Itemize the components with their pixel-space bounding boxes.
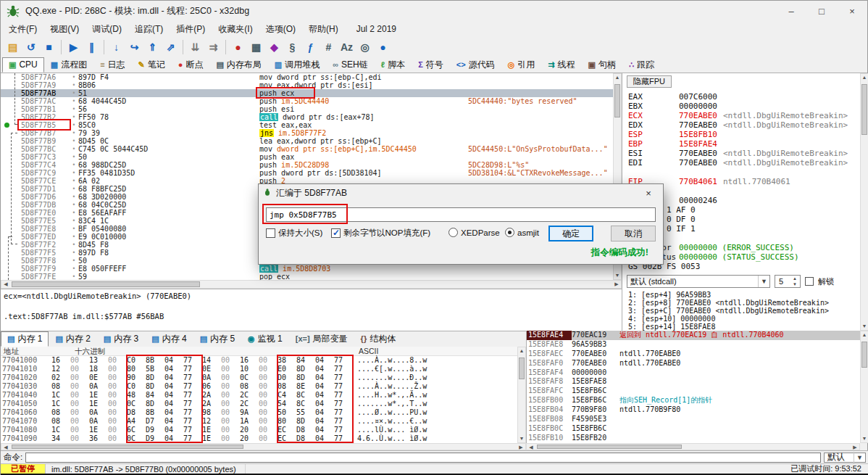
radio-icon[interactable] — [448, 228, 458, 237]
stack-row[interactable]: 15E8FAE4770EAC19返回到 ntdll.770EAC19 自 ntd… — [527, 331, 860, 340]
stop-button[interactable]: ■ — [40, 38, 58, 56]
menu-item[interactable]: 插件(P) — [170, 21, 212, 38]
settings-button[interactable]: ◎ — [356, 38, 374, 56]
memory-map-button[interactable]: ▦ — [247, 38, 265, 56]
scroll-down-icon[interactable]: ▼ — [861, 323, 868, 330]
dump-row[interactable]: 77041090340036000CD904771E002000ECD80477… — [1, 434, 517, 443]
scroll-down-icon[interactable]: ▼ — [861, 435, 868, 442]
command-input[interactable] — [25, 453, 821, 463]
keep-size-checkbox[interactable]: 保持大小(S) — [266, 228, 322, 239]
disasm-row[interactable]: 5D8F77AB•51push ecx — [1, 89, 613, 97]
scroll-left-icon[interactable]: ◀ — [2, 281, 9, 288]
dump-row[interactable]: 7704100016001300C08B04771400160038840477… — [1, 356, 517, 365]
disasm-row[interactable]: 5D8F77B7•79 39jns im.5D8F77F2 — [1, 129, 613, 137]
dump-row[interactable]: 7704107008000A00A4D7047712001A00808D0477… — [1, 417, 517, 426]
stack-row[interactable]: 15E8FB08F45905E3 — [527, 415, 860, 424]
about-button[interactable]: ● — [374, 38, 392, 56]
dump-row[interactable]: 770410501C001E000C8D04772A002C00548C0477… — [1, 400, 517, 408]
checkbox-checked-icon[interactable] — [331, 228, 341, 238]
restart-button[interactable]: ↺ — [22, 38, 40, 56]
dump-row[interactable]: 7704103008000A00C08D047706000800088E0477… — [1, 382, 517, 391]
scroll-up-icon[interactable]: ▲ — [614, 74, 621, 81]
scroll-up-icon[interactable]: ▲ — [861, 331, 868, 339]
tab-cpu[interactable]: ▣CPU — [2, 57, 44, 73]
stack-row[interactable]: 15E8FB1015E8FB20 — [527, 434, 860, 443]
spinner-up-icon[interactable]: ▲ — [790, 276, 799, 281]
disasm-row[interactable]: 5D8F77AC•68 4044C45Dpush im.5DC444405DC4… — [1, 97, 613, 105]
pause-button[interactable]: ∥ — [83, 38, 101, 56]
run-to-user-code-button[interactable]: ⇗ — [162, 38, 180, 56]
disasm-row[interactable]: 5D8F77B2•FF50 78call dword ptr ds:[eax+7… — [1, 113, 613, 121]
memory-dump-view[interactable]: 地址 十六进制 ASCII 7704100016001300C08B047714… — [1, 347, 517, 443]
stack-row[interactable]: 15E8FAE896A59BB3 — [527, 340, 860, 350]
register-row[interactable]: ESI770EABE0<ntdll.DbgUiRemoteBreakin> — [622, 149, 860, 158]
tab-watch-1[interactable]: ◉监视 1 — [241, 331, 289, 347]
register-row[interactable]: EDI770EABE0<ntdll.DbgUiRemoteBreakin> — [622, 158, 860, 168]
tab-script[interactable]: ℓ脚本 — [375, 57, 412, 73]
disasm-row[interactable]: 5D8F77C3•50push eax — [1, 153, 613, 161]
dump-row[interactable]: 7704102002000E00908D04770A000C00D08D0477… — [1, 373, 517, 382]
menu-item[interactable]: 调试(D) — [85, 21, 128, 38]
radio-selected-icon[interactable] — [505, 228, 514, 237]
stack-row[interactable]: 15E8FAFC15E8FB6C — [527, 387, 860, 396]
scrollbar-thumb[interactable] — [12, 445, 243, 449]
menu-item[interactable]: 收藏夹(I) — [212, 21, 259, 38]
disasm-row[interactable]: 5D8F77A9•8B06mov eax,dword ptr ds:[esi] — [1, 81, 613, 89]
disasm-row[interactable]: 5D8F77B1•56push esi — [1, 105, 613, 113]
hide-fpu-button[interactable]: 隐藏FPU — [627, 75, 672, 88]
spinner-down-icon[interactable]: ▼ — [790, 281, 799, 287]
tab-dump-3[interactable]: ▤内存 3 — [97, 331, 145, 347]
patches-button[interactable]: ◆ — [265, 38, 283, 56]
disasm-row[interactable]: 5D8F77B9•8D45 0Clea eax,dword ptr ss:[eb… — [1, 137, 613, 145]
stack-vertical-scrollbar[interactable]: ▲ ▼ — [860, 331, 868, 443]
tab-trace[interactable]: ∴跟踪 — [622, 57, 661, 73]
tab-memory-map[interactable]: ▤内存布局 — [209, 57, 267, 73]
tab-seh[interactable]: ∞SEH链 — [326, 57, 375, 73]
tab-handles[interactable]: ▣句柄 — [581, 57, 622, 73]
stack-row[interactable]: 15E8FAF400000000 — [527, 368, 860, 378]
argument-depth-spinner[interactable]: 5 ▲ ▼ — [775, 275, 801, 288]
dialog-close-icon[interactable]: × — [638, 188, 659, 199]
stack-row[interactable]: 15E8FAEC770EABE0ntdll.770EABE0 — [527, 350, 860, 359]
tab-log[interactable]: ≡日志 — [93, 57, 131, 73]
scrollbar-thumb[interactable] — [537, 445, 682, 449]
register-row[interactable]: EBX00000000 — [622, 102, 860, 111]
cancel-button[interactable]: 取消 — [611, 226, 656, 241]
scroll-down-icon[interactable]: ▼ — [518, 435, 525, 442]
tab-locals[interactable]: [x=]局部变量 — [289, 331, 354, 347]
command-mode-select[interactable]: 默认 ▼ — [824, 453, 866, 463]
register-row[interactable]: EDX770EABE0<ntdll.DbgUiRemoteBreakin> — [622, 120, 860, 130]
dump-row[interactable]: 7704101012001800805B04770E001000E08D0477… — [1, 365, 517, 373]
breakpoints-button[interactable]: ● — [229, 38, 247, 56]
stack-row[interactable]: 15E8FAF0770EABE0ntdll.770EABE0 — [527, 359, 860, 368]
dump-vertical-scrollbar[interactable]: ▲ ▼ — [517, 347, 526, 443]
disasm-row[interactable]: 5D8F77A6•897D F4mov dword ptr ss:[ebp-C]… — [1, 73, 613, 81]
disasm-row[interactable]: 5D8F77F9•E8 050FFEFFcall im.5D8D8703 — [1, 265, 613, 273]
menu-item[interactable]: 选项(O) — [259, 21, 302, 38]
functions-button[interactable]: ƒ — [301, 38, 320, 56]
dump-horizontal-scrollbar[interactable]: ◀ ▶ — [1, 443, 526, 450]
scrollbar-thumb[interactable] — [519, 358, 525, 379]
execute-till-return-button[interactable]: ⇑ — [143, 38, 162, 56]
scroll-up-icon[interactable]: ▲ — [861, 74, 868, 81]
register-row[interactable]: EBP15E8FAE4 — [622, 139, 860, 149]
tab-symbols[interactable]: Σ符号 — [412, 57, 450, 73]
assemble-instruction-input[interactable] — [266, 207, 656, 222]
menu-item[interactable]: 视图(V) — [43, 21, 85, 38]
scroll-right-icon[interactable]: ▶ — [613, 281, 620, 288]
close-button[interactable]: × — [837, 1, 867, 21]
registers-vertical-scrollbar[interactable]: ▲ ▼ — [860, 73, 868, 331]
disasm-row[interactable]: 5D8F77C9•FF35 0481D35Dpush dword ptr ds:… — [1, 169, 613, 177]
maximize-button[interactable]: □ — [806, 1, 837, 21]
tab-references[interactable]: ◎引用 — [501, 57, 542, 73]
tab-dump-1[interactable]: ▤内存 1 — [1, 331, 49, 347]
disasm-row[interactable]: 5D8F77B5•85C0test eax,eax — [1, 121, 613, 129]
stack-horizontal-scrollbar[interactable]: ◀ ▶ — [526, 443, 860, 450]
scrollbar-thumb[interactable] — [614, 84, 620, 117]
stack-row[interactable]: 15E8FAF815E8FAE8 — [527, 377, 860, 387]
dump-row[interactable]: 770410801C001E006CD904771E002000ECD80477… — [1, 426, 517, 434]
asmjit-radio[interactable]: asmjit — [505, 228, 539, 237]
tab-struct[interactable]: {}结构体 — [354, 331, 403, 347]
tab-graph[interactable]: ▦流程图 — [44, 57, 93, 73]
calling-convention-select[interactable]: 默认 (stdcall) ▼ — [627, 275, 770, 288]
